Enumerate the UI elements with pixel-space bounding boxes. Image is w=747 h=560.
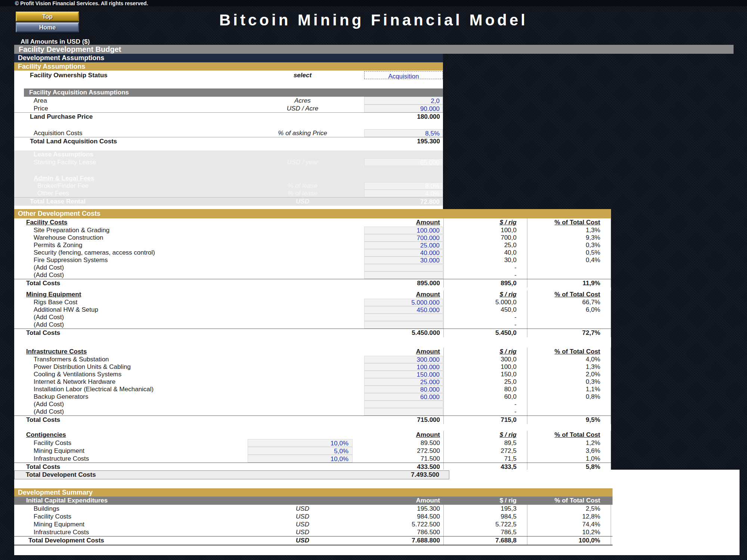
value-input[interactable]: 4,0%	[364, 190, 443, 197]
pct-value: 66,7%	[527, 299, 600, 306]
amount-column-header: Amount	[364, 218, 440, 227]
contingency-row: Facility Costs 10,0% 89.500 89,5 1,2%	[14, 439, 611, 447]
row-label: Infrastructure Costs	[34, 528, 89, 536]
summary-row: Mining Equipment USD 5.722.500 5.722,5 7…	[14, 520, 740, 528]
total-row: Total Costs 895.000 895,0 11,9%	[14, 279, 611, 287]
row-label: Price	[34, 105, 48, 112]
rig-value: 89,5	[443, 439, 517, 447]
pct-column-header: % of Total Cost	[527, 348, 600, 356]
value-input[interactable]: 90.000	[364, 105, 443, 112]
amount-column-header: Amount	[364, 290, 440, 299]
amount-input[interactable]: 30.000	[364, 256, 443, 264]
acquisition-costs-input[interactable]: 8,5%	[364, 129, 443, 137]
amount-input[interactable]: 100.000	[364, 227, 443, 234]
rig-value: 195,3	[443, 505, 517, 513]
row-label: Facility Costs	[34, 439, 71, 447]
rig-value: 272,5	[443, 447, 517, 455]
row-unit: USD / Acre	[228, 105, 377, 112]
amount-column-header: Amount	[364, 497, 440, 505]
table-row: Power Distribution Units & Cabling 100.0…	[14, 363, 611, 371]
row-label: Installation Labor (Electrical & Mechani…	[34, 386, 154, 393]
other-development-costs-bar: Other Development Costs	[14, 209, 611, 218]
rig-value: 80,0	[443, 386, 517, 393]
amount-value: 5.722.500	[364, 520, 440, 528]
table-row: (Add Cost) -	[14, 271, 611, 279]
row-label: Fire Suppression Systems	[34, 256, 108, 264]
rig-value: 40,0	[443, 249, 517, 256]
lease-assumptions-block: Lease Assumptions Starting Facility Leas…	[14, 150, 443, 206]
row-label: Other Fees	[37, 190, 69, 197]
rig-value: -	[443, 314, 517, 321]
pct-value: 0,8%	[527, 393, 600, 401]
row-unit: USD	[228, 505, 377, 513]
lease-fee-row: Broker/Finder Fee % of lease 8,0%	[14, 182, 443, 190]
pct-value: 1,1%	[527, 386, 600, 393]
land-purchase-label: Land Purchase Price	[30, 113, 93, 121]
facility-acquisition-bar: Facility Acquisition Assumptions	[24, 88, 443, 97]
pct-column-header: % of Total Cost	[527, 497, 600, 505]
amount-column-header: Amount	[364, 348, 440, 356]
amount-input[interactable]: 80.000	[364, 386, 443, 393]
total-row: Total Costs 5.450.000 5.450,0 72,7%	[14, 329, 611, 337]
facility-costs-table: Facility Costs Amount $ / rig % of Total…	[14, 218, 611, 287]
rig-value: 700,0	[443, 234, 517, 242]
pct-input[interactable]: 10,0%	[248, 455, 353, 463]
amount-input[interactable]	[364, 314, 443, 321]
row-label: Additional HW & Setup	[34, 306, 98, 314]
pct-input[interactable]: 10,0%	[248, 439, 353, 447]
acquisition-rows: Area Acres 2,0 Price USD / Acre 90.000	[14, 97, 443, 112]
total-land-row: Total Land Acquisition Costs 195.300	[14, 137, 443, 146]
amount-input[interactable]: 5.000.000	[364, 299, 443, 306]
row-unit: USD	[228, 520, 377, 528]
page-title: Bitcoin Mining Financial Model	[0, 11, 747, 29]
table-row: Additional HW & Setup 450.000 450,0 6,0%	[14, 306, 611, 314]
rig-column-header: $ / rig	[443, 431, 517, 439]
ownership-unit: select	[228, 71, 377, 80]
amount-input[interactable]	[364, 401, 443, 408]
summary-header-row: Initial Capital Expenditures Amount $ / …	[14, 497, 613, 505]
amount-input[interactable]: 25.000	[364, 378, 443, 386]
row-unit: % of lease	[228, 182, 377, 190]
rig-value: 984,5	[443, 513, 517, 520]
pct-value: 2,5%	[527, 505, 600, 513]
value-input[interactable]: 2,0	[364, 97, 443, 105]
mining-equipment-table: Mining Equipment Amount $ / rig % of Tot…	[14, 290, 611, 337]
table-row: (Add Cost) -	[14, 401, 611, 408]
table-row: Warehouse Construction 700.000 700,0 9,3…	[14, 234, 611, 242]
row-label: Backup Generators	[34, 393, 88, 401]
amount-input[interactable]	[364, 321, 443, 329]
pct-input[interactable]: 5,0%	[248, 447, 353, 455]
amount-input[interactable]: 60.000	[364, 393, 443, 401]
amount-input[interactable]	[364, 264, 443, 271]
amount-input[interactable]: 150.000	[364, 371, 443, 378]
rig-value: 25,0	[443, 242, 517, 249]
ownership-row: Facility Ownership Status select Acquisi…	[14, 71, 443, 80]
acquisition-costs-label: Acquisition Costs	[34, 129, 82, 137]
row-unit: USD	[228, 528, 377, 536]
amount-input[interactable]: 450.000	[364, 306, 443, 314]
amount-value: 71.500	[364, 455, 440, 463]
amount-input[interactable]: 40.000	[364, 249, 443, 256]
value-input[interactable]: 8,0%	[364, 182, 443, 190]
pct-value: 0,5%	[527, 249, 600, 256]
amount-input[interactable]: 300.000	[364, 356, 443, 363]
amount-input[interactable]	[364, 271, 443, 279]
amount-input[interactable]: 100.000	[364, 363, 443, 371]
row-label: Power Distribution Units & Cabling	[34, 363, 131, 371]
table-header-row: Mining Equipment Amount $ / rig % of Tot…	[14, 290, 611, 299]
row-label: Mining Equipment	[34, 520, 84, 528]
table-row: (Add Cost) -	[14, 321, 611, 329]
rig-value: 5.722,5	[443, 520, 517, 528]
table-row: Installation Labor (Electrical & Mechani…	[14, 386, 611, 393]
pct-value: 3,6%	[527, 447, 600, 455]
table-row: Site Preparation & Grading 100.000 100,0…	[14, 227, 611, 234]
row-label: Internet & Network Hardware	[34, 378, 115, 386]
ownership-select[interactable]: Acquisition	[364, 71, 443, 79]
infrastructure-costs-table: Infrastructure Costs Amount $ / rig % of…	[14, 348, 611, 424]
amount-input[interactable]: 25.000	[364, 242, 443, 249]
rig-value: 100,0	[443, 227, 517, 234]
value-input[interactable]: 65.000	[364, 158, 443, 166]
amount-input[interactable]: 700.000	[364, 234, 443, 242]
table-row: Transformers & Substation 300.000 300,0 …	[14, 356, 611, 363]
amount-input[interactable]	[364, 408, 443, 416]
